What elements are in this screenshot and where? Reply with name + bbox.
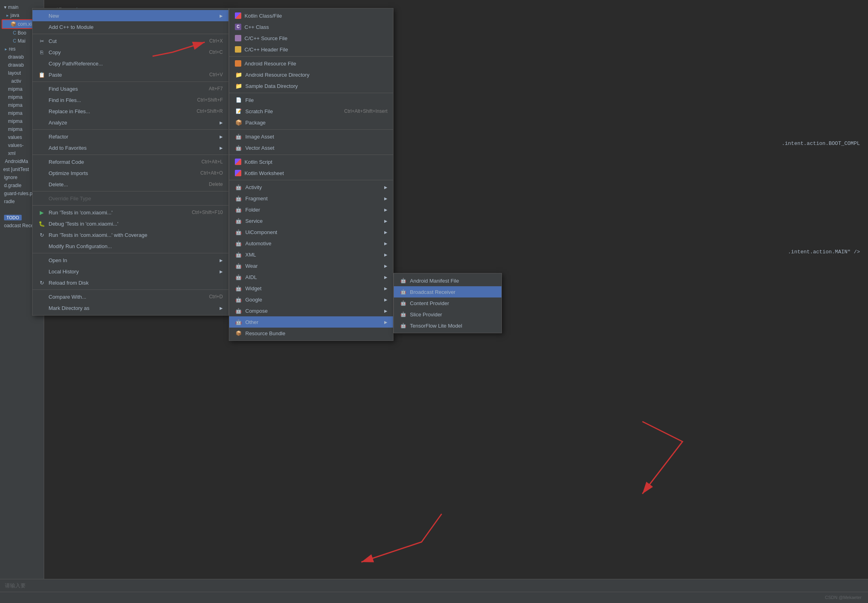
- menu2-item-image-asset[interactable]: 🤖 Image Asset: [229, 131, 393, 142]
- menu2-item-cpp-hdr[interactable]: C/C++ Header File: [229, 44, 393, 55]
- fragment-arrow: ▶: [384, 196, 387, 201]
- menu-item-open-in[interactable]: Open In ▶: [33, 255, 228, 266]
- menu-item-find-usages[interactable]: Find Usages Alt+F7: [33, 83, 228, 94]
- menu2-item-android-res[interactable]: Android Resource File: [229, 58, 393, 69]
- run-shortcut: Ctrl+Shift+F10: [192, 210, 223, 215]
- refactor-icon: [38, 133, 45, 140]
- menu-copy-label: Copy: [49, 49, 206, 55]
- menu3-item-broadcast[interactable]: 🤖 Broadcast Receiver: [394, 286, 501, 297]
- menu-debug-label: Debug 'Tests in 'com.xiaomi...': [49, 221, 223, 227]
- run-icon: ▶: [38, 209, 45, 216]
- menu2-item-android-dir[interactable]: 📁 Android Resource Directory: [229, 69, 393, 80]
- menu2-item-wear[interactable]: 🤖 Wear ▶: [229, 260, 393, 271]
- menu2-google-label: Google: [245, 297, 379, 303]
- menu-item-replace[interactable]: Replace in Files... Ctrl+Shift+R: [33, 106, 228, 117]
- menu2-item-package[interactable]: 📦 Package: [229, 117, 393, 128]
- menu2-widget-label: Widget: [245, 285, 379, 291]
- menu2-item-fragment[interactable]: 🤖 Fragment ▶: [229, 193, 393, 204]
- menu2-item-widget[interactable]: 🤖 Widget ▶: [229, 283, 393, 294]
- menu2-item-kotlin[interactable]: Kotlin Class/File: [229, 10, 393, 21]
- analyze-arrow: ▶: [220, 120, 223, 125]
- menu3-item-slice-provider[interactable]: 🤖 Slice Provider: [394, 309, 501, 320]
- menu2-item-aidl[interactable]: 🤖 AIDL ▶: [229, 271, 393, 283]
- menu2-item-uicomponent[interactable]: 🤖 UiComponent ▶: [229, 226, 393, 238]
- menu2-vector-asset-label: Vector Asset: [245, 145, 387, 151]
- automotive-icon: 🤖: [235, 240, 242, 247]
- menu-item-analyze[interactable]: Analyze ▶: [33, 117, 228, 128]
- menu-item-cut[interactable]: ✂ Cut Ctrl+X: [33, 35, 228, 47]
- folder-icon-res: ▸: [5, 47, 7, 52]
- menu2-item-vector-asset[interactable]: 🤖 Vector Asset: [229, 142, 393, 153]
- paste-icon: 📋: [38, 71, 45, 78]
- cpp-src-icon: [235, 35, 241, 41]
- menu-item-delete[interactable]: Delete... Delete: [33, 179, 228, 190]
- menu-optimize-label: Optimize Imports: [49, 170, 197, 176]
- watermark: CSDN @Mekaeter: [825, 595, 862, 600]
- menu2-item-folder[interactable]: 🤖 Folder ▶: [229, 204, 393, 215]
- menu2-resource-bundle-label: Resource Bundle: [245, 330, 387, 336]
- menu-item-modify-run[interactable]: Modify Run Configuration...: [33, 240, 228, 252]
- menu-item-reformat[interactable]: Reformat Code Ctrl+Alt+L: [33, 156, 228, 167]
- menu-item-local-history[interactable]: Local History ▶: [33, 266, 228, 277]
- menu-item-paste[interactable]: 📋 Paste Ctrl+V: [33, 69, 228, 80]
- menu2-scratch-label: Scratch File: [245, 108, 341, 114]
- menu-item-compare[interactable]: Compare With... Ctrl+D: [33, 291, 228, 302]
- separator-6: [33, 205, 228, 206]
- menu2-item-kotlin-ws[interactable]: Kotlin Worksheet: [229, 167, 393, 179]
- menu-item-reload[interactable]: ↻ Reload from Disk: [33, 277, 228, 288]
- menu2-android-dir-label: Android Resource Directory: [245, 72, 387, 78]
- menu2-item-activity[interactable]: 🤖 Activity ▶: [229, 181, 393, 193]
- kotlin-ws-icon: [235, 170, 241, 176]
- menu-item-coverage[interactable]: ↻ Run 'Tests in 'com.xiaomi...' with Cov…: [33, 229, 228, 240]
- separator-4: [33, 155, 228, 155]
- reformat-icon: [38, 158, 45, 165]
- menu-item-optimize[interactable]: Optimize Imports Ctrl+Alt+O: [33, 167, 228, 179]
- menu-item-run[interactable]: ▶ Run 'Tests in 'com.xiaomi...' Ctrl+Shi…: [33, 207, 228, 218]
- menu2-separator-2: [229, 93, 393, 93]
- wear-arrow: ▶: [384, 264, 387, 268]
- replace-shortcut: Ctrl+Shift+R: [197, 108, 223, 114]
- menu2-item-automotive[interactable]: 🤖 Automotive ▶: [229, 238, 393, 249]
- menu-item-new[interactable]: New ▶: [33, 10, 228, 21]
- menu2-item-xml[interactable]: 🤖 XML ▶: [229, 249, 393, 260]
- menu3-tensorflow-label: TensorFlow Lite Model: [410, 323, 496, 329]
- menu-item-copy[interactable]: ⎘ Copy Ctrl+C: [33, 47, 228, 58]
- xml-icon: 🤖: [235, 251, 242, 258]
- menu-item-find-files[interactable]: Find in Files... Ctrl+Shift+F: [33, 94, 228, 106]
- separator-2: [33, 81, 228, 82]
- menu2-item-resource-bundle[interactable]: 📦 Resource Bundle: [229, 328, 393, 339]
- manifest-icon: 🤖: [399, 277, 407, 284]
- menu3-item-content-provider[interactable]: 🤖 Content Provider: [394, 297, 501, 309]
- code-snippet-2: .intent.action.MAIN" />: [788, 249, 860, 255]
- menu3-item-manifest[interactable]: 🤖 Android Manifest File: [394, 275, 501, 286]
- menu2-item-cpp-src[interactable]: C/C++ Source File: [229, 33, 393, 44]
- menu3-item-tensorflow[interactable]: 🤖 TensorFlow Lite Model: [394, 320, 501, 331]
- menu-item-refactor[interactable]: Refactor ▶: [33, 131, 228, 142]
- xml-arrow: ▶: [384, 253, 387, 257]
- menu2-separator-5: [229, 180, 393, 180]
- optimize-icon: [38, 169, 45, 177]
- menu2-wear-label: Wear: [245, 263, 379, 269]
- menu2-item-cpp-class[interactable]: C C++ Class: [229, 21, 393, 33]
- menu2-item-google[interactable]: 🤖 Google ▶: [229, 294, 393, 305]
- menu2-item-sample-dir[interactable]: 📁 Sample Data Directory: [229, 80, 393, 92]
- menu2-item-compose[interactable]: 🤖 Compose ▶: [229, 305, 393, 316]
- menu-item-copy-path[interactable]: Copy Path/Reference...: [33, 58, 228, 69]
- menu2-item-service[interactable]: 🤖 Service ▶: [229, 215, 393, 226]
- menu-mark-dir-label: Mark Directory as: [49, 305, 215, 311]
- menu2-aidl-label: AIDL: [245, 274, 379, 280]
- android-dir-icon: 📁: [235, 71, 242, 78]
- menu-item-favorites[interactable]: Add to Favorites ▶: [33, 142, 228, 153]
- menu2-android-res-label: Android Resource File: [245, 61, 387, 67]
- compose-arrow: ▶: [384, 309, 387, 313]
- widget-icon: 🤖: [235, 285, 242, 292]
- menu2-item-scratch[interactable]: 📝 Scratch File Ctrl+Alt+Shift+Insert: [229, 106, 393, 117]
- menu-item-mark-dir[interactable]: Mark Directory as ▶: [33, 302, 228, 314]
- slice-provider-icon: 🤖: [399, 311, 407, 318]
- coverage-icon: ↻: [38, 231, 45, 238]
- menu-item-debug[interactable]: 🐛 Debug 'Tests in 'com.xiaomi...': [33, 218, 228, 229]
- menu2-item-file[interactable]: 📄 File: [229, 94, 393, 106]
- menu2-item-other[interactable]: 🤖 Other ▶: [229, 316, 393, 328]
- menu2-item-kotlin-script[interactable]: Kotlin Script: [229, 156, 393, 167]
- menu-item-add-cpp[interactable]: Add C++ to Module: [33, 21, 228, 33]
